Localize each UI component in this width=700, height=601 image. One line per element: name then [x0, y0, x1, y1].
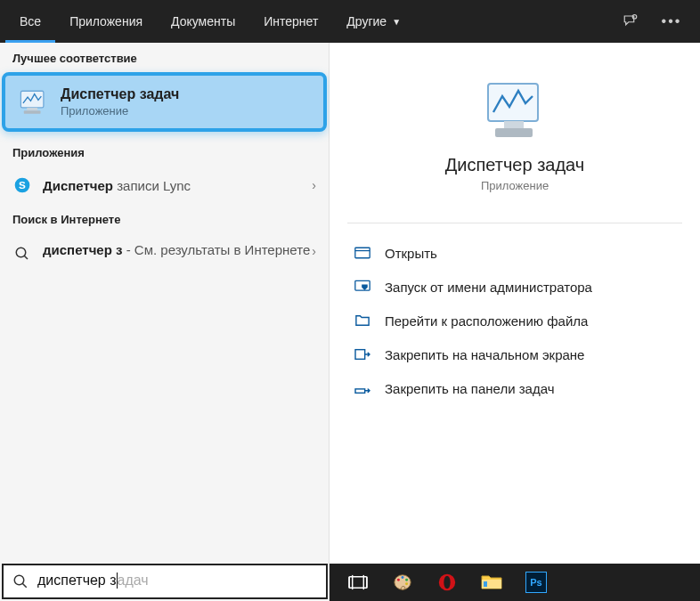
- svg-line-7: [24, 256, 28, 259]
- search-icon: [4, 565, 37, 597]
- file-explorer-icon: [481, 573, 502, 591]
- tab-more-label: Другие: [346, 14, 387, 28]
- svg-point-26: [405, 579, 408, 581]
- preview-panel: Диспетчер задач Приложение Открыть Запус…: [330, 43, 700, 601]
- best-match-title: Диспетчер задач: [61, 86, 179, 102]
- feedback-button[interactable]: [616, 0, 645, 43]
- action-open-location[interactable]: Перейти к расположению файла: [347, 304, 682, 337]
- svg-rect-3: [24, 110, 41, 113]
- search-input[interactable]: диспетчер задач: [2, 564, 328, 599]
- svg-line-17: [22, 583, 27, 588]
- header-tabs: Все Приложения Документы Интернет Другие…: [5, 0, 415, 43]
- app-result-label: Диспетчер записи Lync: [43, 178, 312, 193]
- web-result-row[interactable]: диспетчер з - См. результаты в Интернете…: [0, 233, 329, 272]
- web-result-label: диспетчер з - См. результаты в Интернете: [43, 242, 312, 257]
- taskbar: Ps: [330, 564, 700, 601]
- chevron-right-icon: ›: [312, 244, 316, 258]
- opera-icon: [437, 573, 457, 592]
- task-manager-icon: [18, 89, 48, 116]
- skype-icon: S: [12, 175, 32, 195]
- web-section-header: Поиск в Интернете: [0, 204, 329, 233]
- action-run-admin[interactable]: Запуск от имени администратора: [347, 270, 682, 304]
- opera-app[interactable]: [427, 566, 467, 598]
- svg-point-29: [444, 576, 450, 589]
- search-header: Все Приложения Документы Интернет Другие…: [0, 0, 700, 43]
- divider: [347, 223, 682, 223]
- action-label: Запуск от имени администратора: [385, 280, 592, 295]
- svg-point-27: [405, 582, 408, 585]
- pin-start-icon: [353, 346, 372, 362]
- svg-point-25: [402, 576, 404, 579]
- best-match-header: Лучшее соответствие: [0, 43, 329, 72]
- svg-point-24: [397, 579, 400, 581]
- task-view-icon: [348, 574, 368, 590]
- task-view-button[interactable]: [338, 566, 378, 598]
- chevron-down-icon: ▼: [392, 17, 401, 27]
- pin-taskbar-icon: [353, 380, 372, 396]
- svg-point-0: [632, 15, 637, 20]
- best-match-item[interactable]: Диспетчер задач Приложение: [2, 72, 327, 132]
- photoshop-app[interactable]: Ps: [517, 566, 556, 598]
- apps-section-header: Приложения: [0, 137, 329, 166]
- svg-rect-11: [355, 248, 370, 257]
- search-text: диспетчер задач: [37, 573, 326, 590]
- svg-rect-31: [484, 581, 487, 587]
- file-explorer-app[interactable]: [472, 566, 511, 598]
- svg-rect-9: [504, 121, 524, 128]
- tab-all[interactable]: Все: [5, 0, 55, 43]
- tab-documents[interactable]: Документы: [157, 0, 249, 43]
- svg-rect-14: [355, 350, 365, 360]
- action-open[interactable]: Открыть: [347, 236, 682, 270]
- app-result-lync[interactable]: S Диспетчер записи Lync ›: [0, 166, 329, 204]
- best-match-subtitle: Приложение: [61, 104, 179, 118]
- search-icon: [12, 244, 32, 264]
- action-label: Закрепить на панели задач: [385, 381, 555, 396]
- action-label: Закрепить на начальном экране: [385, 347, 584, 362]
- open-icon: [353, 245, 372, 261]
- svg-text:S: S: [19, 179, 26, 191]
- tab-apps[interactable]: Приложения: [55, 0, 157, 43]
- svg-rect-10: [495, 128, 533, 137]
- tab-more[interactable]: Другие ▼: [332, 0, 415, 43]
- more-icon: •••: [662, 13, 682, 29]
- tab-web[interactable]: Интернет: [249, 0, 332, 43]
- preview-subtitle: Приложение: [481, 179, 549, 192]
- paint-icon: [393, 573, 412, 592]
- preview-title: Диспетчер задач: [445, 155, 584, 175]
- preview-actions: Открыть Запуск от имени администратора П…: [330, 232, 700, 409]
- task-manager-large-icon: [476, 80, 554, 142]
- chevron-right-icon: ›: [312, 178, 316, 192]
- folder-open-icon: [353, 313, 372, 329]
- more-button[interactable]: •••: [657, 0, 686, 43]
- action-label: Перейти к расположению файла: [385, 313, 588, 329]
- svg-rect-15: [355, 389, 365, 393]
- feedback-icon: [623, 13, 639, 29]
- paint-app[interactable]: [383, 566, 422, 598]
- svg-point-16: [14, 575, 24, 585]
- action-pin-taskbar[interactable]: Закрепить на панели задач: [347, 371, 682, 405]
- svg-point-6: [16, 248, 26, 257]
- svg-rect-2: [27, 107, 37, 110]
- photoshop-icon: Ps: [525, 572, 547, 593]
- results-panel: Лучшее соответствие Диспетчер задач Прил…: [0, 43, 330, 601]
- action-label: Открыть: [385, 246, 437, 261]
- action-pin-start[interactable]: Закрепить на начальном экране: [347, 337, 682, 371]
- shield-icon: [353, 279, 372, 295]
